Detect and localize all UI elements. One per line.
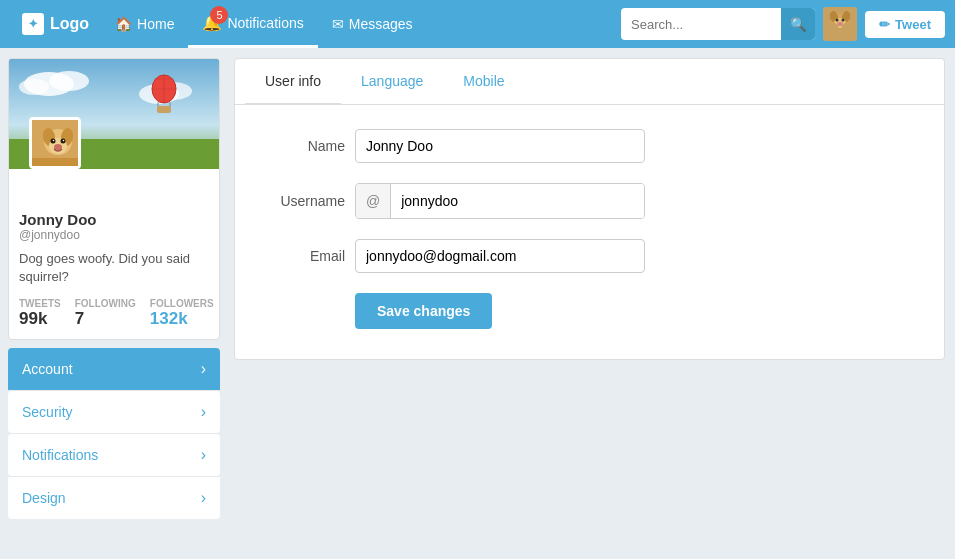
logo[interactable]: ✦ Logo <box>10 13 101 35</box>
followers-stat: FOLLOWERS 132k <box>150 298 214 329</box>
svg-rect-21 <box>157 106 171 113</box>
search-box: 🔍 <box>621 8 815 40</box>
home-icon: 🏠 <box>115 16 132 32</box>
sidebar-item-design-label: Design <box>22 490 66 506</box>
nav-home[interactable]: 🏠 Home <box>101 0 188 48</box>
name-row: Name <box>265 129 914 163</box>
nav-notifications[interactable]: 🔔 5 Notifications <box>188 0 317 48</box>
sidebar-item-notifications[interactable]: Notifications › <box>8 434 220 477</box>
sidebar-item-notifications-label: Notifications <box>22 447 98 463</box>
logo-label: Logo <box>50 15 89 33</box>
profile-avatar-image <box>32 120 81 169</box>
svg-point-9 <box>841 23 851 39</box>
tab-user-info-label: User info <box>265 73 321 89</box>
username-wrapper: @ <box>355 183 645 219</box>
chevron-right-icon-4: › <box>201 489 206 507</box>
notifications-badge: 5 <box>210 6 228 24</box>
username-label: Username <box>265 193 345 209</box>
svg-point-7 <box>837 22 843 26</box>
following-stat: FOLLOWING 7 <box>75 298 136 329</box>
search-icon: 🔍 <box>790 17 807 32</box>
username-input[interactable] <box>391 184 644 218</box>
nav-home-label: Home <box>137 16 174 32</box>
tweets-value: 99k <box>19 309 61 329</box>
sidebar-menu: Account › Security › Notifications › Des… <box>8 348 220 519</box>
tab-mobile-label: Mobile <box>463 73 504 89</box>
content-area: User info Language Mobile Name Username <box>228 48 955 523</box>
topnav: ✦ Logo 🏠 Home 🔔 5 Notifications ✉ Messag… <box>0 0 955 48</box>
username-row: Username @ <box>265 183 914 219</box>
email-input[interactable] <box>355 239 645 273</box>
svg-point-5 <box>836 19 839 22</box>
svg-rect-35 <box>32 158 81 169</box>
sidebar-item-design[interactable]: Design › <box>8 477 220 519</box>
nav-messages-label: Messages <box>349 16 413 32</box>
chevron-right-icon: › <box>201 360 206 378</box>
email-row: Email <box>265 239 914 273</box>
followers-label: FOLLOWERS <box>150 298 214 309</box>
search-button[interactable]: 🔍 <box>781 8 815 40</box>
profile-avatar <box>29 117 81 169</box>
sidebar: Jonny Doo @jonnydoo Dog goes woofy. Did … <box>0 48 228 523</box>
tab-user-info[interactable]: User info <box>245 59 341 105</box>
email-label: Email <box>265 248 345 264</box>
name-input[interactable] <box>355 129 645 163</box>
profile-stats: TWEETS 99k FOLLOWING 7 FOLLOWERS 132k <box>19 298 209 329</box>
profile-bio: Dog goes woofy. Did you said squirrel? <box>19 250 209 286</box>
avatar-image <box>823 7 857 41</box>
tweets-label: TWEETS <box>19 298 61 309</box>
tweet-icon: ✏ <box>879 17 890 32</box>
main-layout: Jonny Doo @jonnydoo Dog goes woofy. Did … <box>0 48 955 523</box>
search-input[interactable] <box>621 17 781 32</box>
save-label: Save changes <box>377 303 470 319</box>
tweets-stat: TWEETS 99k <box>19 298 61 329</box>
following-value: 7 <box>75 309 136 329</box>
svg-point-32 <box>53 140 55 142</box>
profile-handle: @jonnydoo <box>19 228 209 242</box>
svg-point-33 <box>63 140 65 142</box>
svg-point-13 <box>19 79 49 95</box>
tab-bar: User info Language Mobile <box>235 59 944 105</box>
tweet-button[interactable]: ✏ Tweet <box>865 11 945 38</box>
svg-point-6 <box>842 19 845 22</box>
content-card: User info Language Mobile Name Username <box>234 58 945 360</box>
followers-value: 132k <box>150 309 214 329</box>
tab-language-label: Language <box>361 73 423 89</box>
sidebar-item-security[interactable]: Security › <box>8 391 220 434</box>
profile-card: Jonny Doo @jonnydoo Dog goes woofy. Did … <box>8 58 220 340</box>
following-label: FOLLOWING <box>75 298 136 309</box>
user-info-form: Name Username @ Email Save chan <box>235 105 944 359</box>
topnav-right: 🔍 ✏ Tweet <box>621 7 945 41</box>
profile-info: Jonny Doo @jonnydoo Dog goes woofy. Did … <box>9 201 219 339</box>
tweet-label: Tweet <box>895 17 931 32</box>
tab-language[interactable]: Language <box>341 59 443 105</box>
messages-icon: ✉ <box>332 16 344 32</box>
sidebar-item-account[interactable]: Account › <box>8 348 220 391</box>
svg-point-12 <box>49 71 89 91</box>
chevron-right-icon-2: › <box>201 403 206 421</box>
sidebar-item-security-label: Security <box>22 404 73 420</box>
sidebar-item-account-label: Account <box>22 361 73 377</box>
at-prefix: @ <box>356 184 391 218</box>
nav-notifications-label: Notifications <box>227 15 303 31</box>
logo-icon: ✦ <box>22 13 44 35</box>
nav-messages[interactable]: ✉ Messages <box>318 0 427 48</box>
profile-name: Jonny Doo <box>19 211 209 228</box>
chevron-right-icon-3: › <box>201 446 206 464</box>
svg-point-8 <box>829 23 839 39</box>
name-label: Name <box>265 138 345 154</box>
user-avatar[interactable] <box>823 7 857 41</box>
save-row: Save changes <box>265 293 914 329</box>
save-button[interactable]: Save changes <box>355 293 492 329</box>
tab-mobile[interactable]: Mobile <box>443 59 524 105</box>
